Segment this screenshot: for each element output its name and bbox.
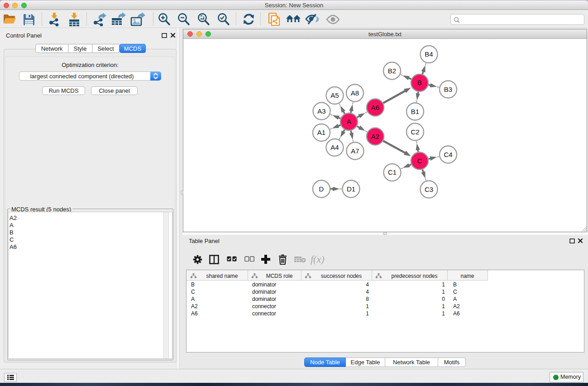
svg-text:A1: A1	[317, 129, 325, 136]
svg-text:B: B	[417, 79, 422, 86]
svg-text:B4: B4	[425, 50, 433, 58]
svg-text:A5: A5	[330, 91, 339, 99]
svg-text:A6: A6	[371, 104, 379, 111]
svg-text:A: A	[347, 118, 351, 125]
svg-text:B3: B3	[444, 86, 452, 93]
svg-text:B2: B2	[388, 67, 396, 75]
svg-text:D: D	[319, 185, 324, 193]
svg-text:C: C	[417, 157, 422, 165]
svg-text:C4: C4	[444, 151, 452, 158]
svg-text:A4: A4	[330, 143, 339, 151]
svg-text:D1: D1	[347, 185, 355, 193]
svg-text:C1: C1	[388, 168, 397, 176]
svg-text:A8: A8	[351, 89, 359, 97]
svg-text:C2: C2	[411, 128, 419, 136]
svg-text:B1: B1	[411, 108, 419, 115]
svg-text:A3: A3	[317, 107, 325, 115]
svg-text:A7: A7	[351, 147, 359, 155]
svg-text:C3: C3	[425, 186, 433, 193]
svg-text:A2: A2	[371, 133, 379, 140]
